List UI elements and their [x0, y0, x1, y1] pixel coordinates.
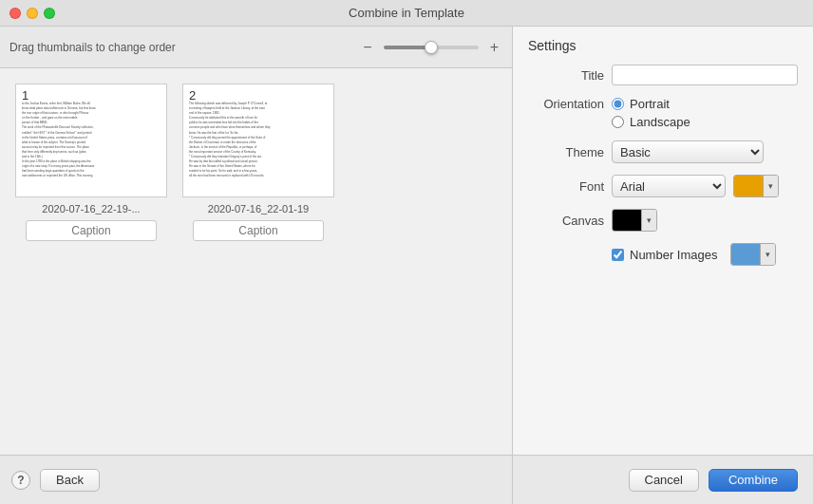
- orientation-label: Orientation: [528, 97, 604, 111]
- number-images-row: Number Images ▾: [612, 243, 798, 266]
- canvas-row: Canvas ▾: [528, 209, 798, 232]
- zoom-out-button[interactable]: −: [359, 39, 375, 56]
- thumbnail-caption-2[interactable]: [193, 220, 324, 241]
- font-color-arrow: ▾: [763, 176, 778, 196]
- orientation-group: Portrait Landscape: [612, 97, 690, 129]
- theme-label: Theme: [528, 145, 604, 159]
- number-images-color-arrow: ▾: [760, 244, 775, 265]
- orientation-row: Orientation Portrait Landscape: [528, 97, 798, 129]
- font-row: Font Arial Helvetica Times New Roman ▾: [528, 175, 798, 197]
- title-input[interactable]: [612, 65, 798, 85]
- zoom-slider[interactable]: [384, 46, 479, 49]
- thumbnail-content-2: The following sketch was delivered by Jo…: [183, 84, 333, 196]
- thumbnail-filename-2: 2020-07-16_22-01-19: [208, 203, 309, 215]
- cancel-button[interactable]: Cancel: [629, 469, 699, 492]
- left-bottom-bar: ? Back: [0, 455, 512, 504]
- right-bottom-bar: Cancel Combine: [513, 455, 813, 504]
- canvas-color-swatch: [613, 210, 641, 231]
- thumbnail-item-1[interactable]: 1 to the Joshua Evans, order feet, Willi…: [15, 84, 167, 241]
- left-panel: Drag thumbnails to change order − + 1 to…: [0, 27, 513, 504]
- font-color-swatch: [734, 176, 763, 196]
- thumbnail-number-1: 1: [22, 88, 28, 103]
- number-images-color-picker[interactable]: ▾: [730, 243, 776, 266]
- font-label: Font: [528, 179, 604, 194]
- thumbnail-number-2: 2: [189, 88, 196, 103]
- landscape-radio[interactable]: [612, 116, 624, 128]
- number-images-color-swatch: [731, 244, 760, 265]
- number-images-label[interactable]: Number Images: [630, 248, 717, 262]
- window-title: Combine in Template: [349, 6, 464, 20]
- thumbnails-area: 1 to the Joshua Evans, order feet, Willi…: [0, 68, 512, 455]
- thumbnail-item-2[interactable]: 2 The following sketch was delivered by …: [182, 84, 334, 241]
- close-button[interactable]: [9, 8, 21, 19]
- title-bar: Combine in Template: [0, 0, 813, 27]
- landscape-radio-row: Landscape: [612, 115, 690, 129]
- theme-row: Theme Basic Modern Classic: [528, 140, 798, 163]
- settings-body: Title Orientation Portrait Landscape: [513, 61, 813, 270]
- window-controls: [9, 8, 55, 19]
- number-images-checkbox[interactable]: [612, 249, 624, 261]
- right-panel: Settings Title Orientation Portrait Land: [513, 27, 813, 504]
- main-container: Drag thumbnails to change order − + 1 to…: [0, 27, 813, 504]
- settings-header: Settings: [513, 27, 813, 61]
- landscape-label[interactable]: Landscape: [630, 115, 690, 129]
- zoom-in-button[interactable]: +: [486, 39, 502, 56]
- help-button[interactable]: ?: [11, 471, 30, 490]
- title-label: Title: [528, 68, 604, 83]
- combine-button[interactable]: Combine: [709, 469, 798, 492]
- canvas-label: Canvas: [528, 214, 604, 228]
- font-color-picker[interactable]: ▾: [733, 175, 779, 197]
- portrait-radio[interactable]: [612, 98, 624, 110]
- canvas-color-arrow: ▾: [641, 210, 656, 231]
- minimize-button[interactable]: [27, 8, 38, 19]
- back-button[interactable]: Back: [40, 469, 100, 492]
- thumbnail-content-1: to the Joshua Evans, order feet, William…: [16, 84, 166, 196]
- portrait-label[interactable]: Portrait: [630, 97, 670, 111]
- maximize-button[interactable]: [44, 8, 55, 19]
- toolbar-label: Drag thumbnails to change order: [9, 41, 351, 54]
- thumbnail-preview-1[interactable]: 1 to the Joshua Evans, order feet, Willi…: [15, 84, 167, 197]
- portrait-radio-row: Portrait: [612, 97, 690, 111]
- thumbnail-preview-2[interactable]: 2 The following sketch was delivered by …: [182, 84, 334, 197]
- toolbar: Drag thumbnails to change order − +: [0, 27, 512, 68]
- title-row: Title: [528, 65, 798, 85]
- canvas-color-picker[interactable]: ▾: [612, 209, 657, 232]
- thumbnail-filename-1: 2020-07-16_22-19-...: [42, 203, 140, 215]
- theme-select[interactable]: Basic Modern Classic: [612, 140, 764, 163]
- thumbnail-caption-1[interactable]: [26, 220, 157, 241]
- font-select[interactable]: Arial Helvetica Times New Roman: [612, 175, 726, 197]
